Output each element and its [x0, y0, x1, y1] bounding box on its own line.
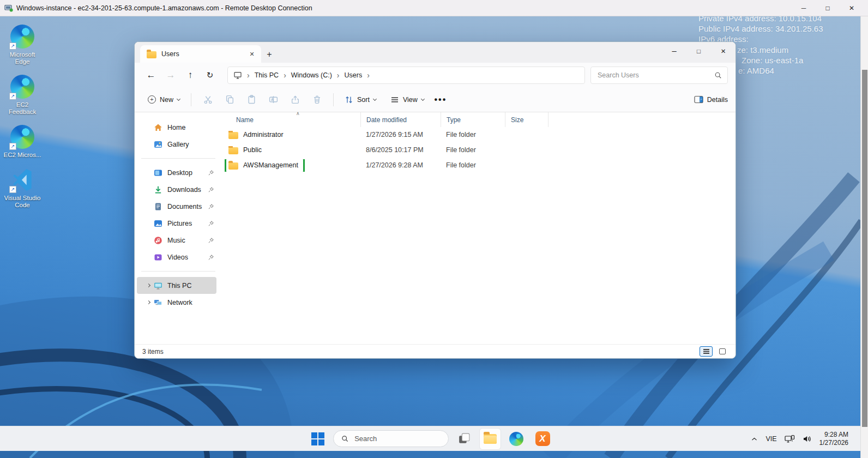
downloads-icon	[153, 185, 162, 194]
desktop-folder-icon	[153, 168, 162, 177]
file-list-pane: ∧ Name Date modified Type Size Administr…	[219, 112, 736, 344]
sidebar-item-videos[interactable]: Videos	[137, 249, 216, 266]
system-tray: VIE 9:28 AM 1/27/2026	[751, 426, 848, 451]
explorer-minimize-button[interactable]: ─	[662, 42, 686, 61]
taskbar-search-input[interactable]	[353, 434, 441, 443]
more-options-button[interactable]: •••	[430, 91, 451, 109]
details-view-toggle[interactable]	[700, 346, 713, 357]
view-button[interactable]: View	[385, 91, 430, 109]
explorer-close-button[interactable]: ✕	[711, 42, 736, 61]
column-header-name[interactable]: ∧ Name	[219, 112, 360, 127]
desktop-icons: ↗ Microsoft Edge ↗ EC2 Feedback ↗ EC2 Mi…	[2, 24, 43, 209]
share-button[interactable]	[284, 91, 306, 109]
cut-button[interactable]	[197, 91, 219, 109]
sort-icon	[345, 95, 353, 104]
taskbar-clock[interactable]: 9:28 AM 1/27/2026	[819, 431, 848, 447]
green-highlight-annotation: AWSManagement	[226, 159, 303, 172]
sidebar-item-label: Documents	[167, 203, 206, 210]
sort-button[interactable]: Sort	[339, 91, 382, 109]
file-row-public[interactable]: Public 8/6/2025 10:17 PM File folder	[219, 142, 736, 158]
refresh-button[interactable]: ↻	[200, 66, 220, 85]
breadcrumb[interactable]: › This PC › Windows (C:) › Users ›	[227, 67, 585, 84]
task-view-icon	[457, 432, 471, 445]
search-input[interactable]	[596, 71, 714, 80]
scrollbar-thumb[interactable]	[862, 70, 867, 427]
paste-button[interactable]	[240, 91, 262, 109]
desktop-icon-ec2-feedback[interactable]: ↗ EC2 Feedback	[2, 74, 43, 116]
tab-users[interactable]: Users ✕	[140, 45, 261, 63]
desktop-icon-label: EC2 Feedback	[2, 101, 43, 116]
expand-chevron-icon[interactable]	[143, 301, 153, 304]
this-pc-icon	[153, 281, 162, 290]
desktop-icon-label: Visual Studio Code	[2, 195, 43, 209]
sidebar-item-gallery[interactable]: Gallery	[137, 136, 216, 153]
volume-icon[interactable]	[803, 435, 812, 443]
tab-close-icon[interactable]: ✕	[247, 49, 257, 59]
file-row-awsmanagement[interactable]: AWSManagement 1/27/2026 9:28 AM File fol…	[219, 158, 736, 173]
file-date-modified: 8/6/2025 10:17 PM	[360, 146, 441, 154]
taskbar-search[interactable]	[333, 430, 449, 447]
gallery-icon	[153, 140, 162, 149]
info-line: Private IPv4 address: 10.0.15.104	[698, 16, 823, 23]
up-button[interactable]: ↑	[180, 66, 200, 85]
sidebar-item-documents[interactable]: Documents	[137, 198, 216, 215]
network-icon[interactable]	[785, 435, 795, 444]
column-header-size[interactable]: Size	[505, 112, 548, 127]
copy-button[interactable]	[219, 91, 240, 109]
large-icons-view-toggle[interactable]	[716, 346, 729, 357]
breadcrumb-this-pc[interactable]: This PC	[255, 71, 279, 79]
forward-button[interactable]: →	[161, 66, 180, 85]
column-header-type[interactable]: Type	[441, 112, 505, 127]
rdp-minimize-button[interactable]: ─	[792, 0, 816, 16]
taskbar-xampp-button[interactable]: X	[532, 428, 553, 450]
file-explorer-window: Users ✕ + ─ □ ✕ ← → ↑ ↻ › This PC ›	[134, 41, 736, 359]
sidebar-item-pictures[interactable]: Pictures	[137, 215, 216, 232]
plus-icon: +	[148, 95, 156, 104]
sidebar-item-label: Home	[167, 124, 216, 131]
file-type: File folder	[441, 146, 505, 154]
start-button[interactable]	[307, 428, 329, 450]
info-line: Zone: us-east-1a	[742, 55, 823, 65]
taskbar-edge-button[interactable]	[505, 428, 527, 450]
back-button[interactable]: ←	[141, 66, 161, 85]
sidebar-item-network[interactable]: Network	[137, 294, 216, 311]
rdp-vertical-scrollbar[interactable]	[860, 16, 868, 458]
sidebar-item-desktop[interactable]: Desktop	[137, 164, 216, 181]
view-icon	[390, 95, 399, 104]
explorer-search[interactable]	[590, 67, 728, 84]
taskbar-file-explorer-button[interactable]	[479, 428, 501, 450]
column-header-date-modified[interactable]: Date modified	[360, 112, 441, 127]
sidebar-item-home[interactable]: Home	[137, 119, 216, 136]
column-header-row: ∧ Name Date modified Type Size	[219, 112, 736, 127]
sidebar-item-this-pc[interactable]: This PC	[137, 277, 216, 294]
task-view-button[interactable]	[453, 428, 475, 450]
delete-button[interactable]	[306, 91, 328, 109]
folder-icon	[147, 51, 156, 58]
explorer-toolbar: + New	[135, 87, 736, 112]
breadcrumb-users[interactable]: Users	[344, 71, 362, 79]
sidebar-item-downloads[interactable]: Downloads	[137, 181, 216, 198]
new-button[interactable]: + New	[142, 91, 185, 109]
sidebar-item-label: Gallery	[167, 141, 216, 148]
expand-chevron-icon[interactable]	[143, 284, 153, 287]
desktop-icon-microsoft-edge[interactable]: ↗ Microsoft Edge	[2, 24, 43, 65]
language-indicator[interactable]: VIE	[765, 435, 776, 443]
details-button-label: Details	[707, 96, 728, 104]
rdp-close-button[interactable]: ✕	[840, 0, 864, 16]
rdp-maximize-button[interactable]: □	[816, 0, 840, 16]
desktop-icon-ec2-microsoft[interactable]: ↗ EC2 Micros...	[2, 124, 43, 159]
details-pane-button[interactable]: Details	[694, 95, 728, 104]
desktop-icon-visual-studio-code[interactable]: ↗ Visual Studio Code	[2, 167, 43, 209]
breadcrumb-chevron-icon: ›	[337, 71, 340, 79]
sidebar-item-music[interactable]: Music	[137, 232, 216, 249]
explorer-maximize-button[interactable]: □	[686, 42, 711, 61]
folder-icon	[228, 132, 238, 139]
breadcrumb-chevron-icon: ›	[284, 71, 286, 79]
file-name: AWSManagement	[243, 161, 298, 169]
clock-time: 9:28 AM	[819, 431, 848, 439]
rename-button[interactable]	[262, 91, 284, 109]
new-tab-button[interactable]: +	[261, 46, 278, 63]
breadcrumb-windows-c[interactable]: Windows (C:)	[291, 71, 332, 79]
hidden-icons-button[interactable]	[751, 436, 758, 443]
file-row-administrator[interactable]: Administrator 1/27/2026 9:15 AM File fol…	[219, 127, 736, 142]
